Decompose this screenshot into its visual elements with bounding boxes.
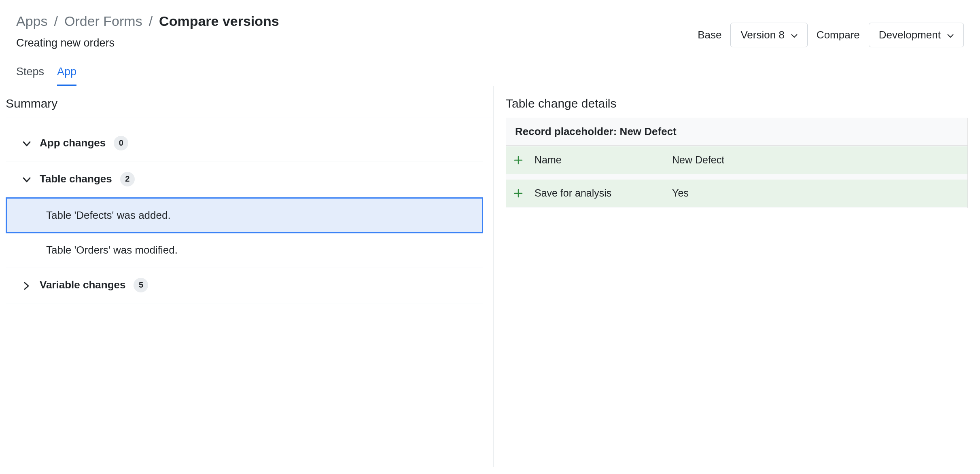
count-badge: 5 bbox=[134, 278, 148, 292]
tabs: Steps App bbox=[0, 49, 980, 86]
details-row: Name New Defect bbox=[506, 146, 967, 175]
breadcrumb-current: Compare versions bbox=[159, 13, 279, 30]
page-subtitle: Creating new orders bbox=[16, 37, 279, 49]
base-version-dropdown[interactable]: Version 8 bbox=[730, 23, 807, 47]
group-header-table-changes[interactable]: Table changes 2 bbox=[6, 161, 483, 197]
chevron-down-icon bbox=[22, 141, 32, 147]
base-label: Base bbox=[698, 29, 721, 41]
base-version-value: Version 8 bbox=[740, 29, 784, 41]
details-title: Table change details bbox=[506, 97, 968, 110]
breadcrumb-apps[interactable]: Apps bbox=[16, 13, 48, 30]
page-header: Apps / Order Forms / Compare versions Cr… bbox=[0, 0, 980, 49]
group-label: Table changes bbox=[40, 173, 112, 185]
count-badge: 0 bbox=[114, 136, 128, 150]
details-header: Record placeholder: New Defect bbox=[506, 118, 967, 146]
count-badge: 2 bbox=[120, 172, 135, 186]
details-cell-value: Yes bbox=[668, 187, 967, 199]
group-header-variable-changes[interactable]: Variable changes 5 bbox=[6, 267, 483, 303]
breadcrumb-separator: / bbox=[149, 13, 153, 30]
breadcrumb: Apps / Order Forms / Compare versions bbox=[16, 13, 279, 30]
plus-icon bbox=[506, 156, 530, 165]
compare-version-value: Development bbox=[879, 29, 941, 41]
tab-app[interactable]: App bbox=[57, 66, 76, 86]
summary-title: Summary bbox=[6, 97, 493, 118]
compare-version-dropdown[interactable]: Development bbox=[869, 23, 964, 47]
version-controls: Base Version 8 Compare Development bbox=[698, 13, 964, 47]
chevron-down-icon bbox=[22, 177, 32, 183]
summary-pane: Summary App changes 0 Table changes 2 Ta… bbox=[0, 86, 494, 467]
details-cell-name: Save for analysis bbox=[530, 187, 668, 199]
breadcrumb-order-forms[interactable]: Order Forms bbox=[64, 13, 142, 30]
group-label: App changes bbox=[40, 137, 106, 149]
caret-down-icon bbox=[947, 34, 954, 38]
group-header-app-changes[interactable]: App changes 0 bbox=[6, 125, 483, 161]
details-cell-value: New Defect bbox=[668, 154, 967, 166]
details-table: Record placeholder: New Defect Name New … bbox=[506, 118, 968, 208]
compare-label: Compare bbox=[817, 29, 860, 41]
summary-item-orders-modified[interactable]: Table 'Orders' was modified. bbox=[6, 233, 483, 267]
group-label: Variable changes bbox=[40, 279, 125, 291]
details-cell-name: Name bbox=[530, 154, 668, 166]
header-left: Apps / Order Forms / Compare versions Cr… bbox=[16, 13, 279, 49]
tab-steps[interactable]: Steps bbox=[16, 66, 44, 86]
caret-down-icon bbox=[791, 34, 798, 38]
chevron-right-icon bbox=[22, 282, 32, 290]
body-split: Summary App changes 0 Table changes 2 Ta… bbox=[0, 86, 980, 467]
row-gap bbox=[506, 175, 967, 179]
breadcrumb-separator: / bbox=[54, 13, 58, 30]
summary-item-defects-added[interactable]: Table 'Defects' was added. bbox=[6, 197, 483, 233]
plus-icon bbox=[506, 189, 530, 198]
details-row: Save for analysis Yes bbox=[506, 179, 967, 208]
details-pane: Table change details Record placeholder:… bbox=[494, 86, 980, 467]
